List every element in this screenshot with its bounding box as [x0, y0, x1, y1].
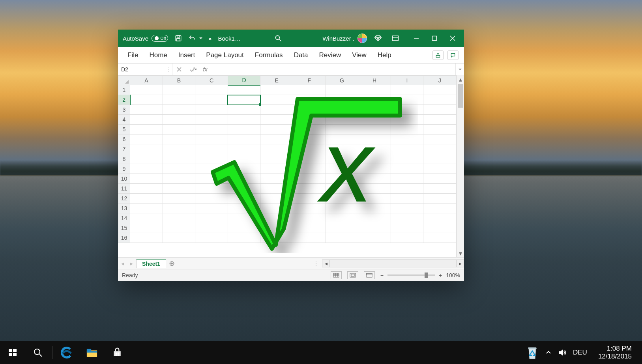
cell[interactable] [293, 233, 326, 243]
cell[interactable] [391, 125, 423, 134]
cell[interactable] [358, 95, 391, 105]
cell[interactable] [228, 134, 260, 144]
taskbar-clock[interactable]: 1:08 PM 12/18/2015 [593, 345, 636, 360]
column-header[interactable]: A [130, 76, 163, 85]
scroll-thumb[interactable] [458, 84, 463, 108]
cell[interactable] [423, 164, 456, 174]
undo-dropdown-icon[interactable] [199, 34, 203, 42]
name-box[interactable] [118, 63, 165, 75]
cell[interactable] [163, 95, 195, 105]
cell[interactable] [260, 223, 293, 233]
cell[interactable] [358, 85, 391, 95]
cell[interactable] [326, 154, 358, 164]
column-header[interactable]: F [293, 76, 326, 85]
cell[interactable] [358, 213, 391, 223]
view-page-break-button[interactable] [364, 271, 375, 279]
cell[interactable] [260, 194, 293, 203]
cell[interactable] [228, 203, 260, 213]
cell[interactable] [228, 184, 260, 194]
cell[interactable] [326, 194, 358, 203]
cell[interactable] [293, 125, 326, 134]
qat-more-icon[interactable]: » [208, 35, 212, 42]
zoom-slider[interactable] [387, 274, 435, 276]
cell[interactable] [163, 174, 195, 184]
cell[interactable] [326, 223, 358, 233]
row-header[interactable]: 5 [118, 125, 130, 134]
tab-page-layout[interactable]: Page Layout [200, 47, 249, 63]
account-button[interactable]: WinBuzzer . [322, 34, 367, 43]
cell[interactable] [163, 213, 195, 223]
cell[interactable] [326, 95, 358, 105]
cell[interactable] [358, 115, 391, 125]
undo-icon[interactable] [188, 34, 197, 42]
cell[interactable] [391, 134, 423, 144]
cell[interactable] [130, 194, 163, 203]
cell[interactable] [130, 184, 163, 194]
formula-input[interactable] [211, 63, 455, 75]
cell[interactable] [293, 115, 326, 125]
column-header[interactable]: G [326, 76, 358, 85]
column-header[interactable]: E [260, 76, 293, 85]
cell[interactable] [391, 105, 423, 115]
cell[interactable] [260, 105, 293, 115]
cell[interactable] [260, 184, 293, 194]
cell[interactable] [228, 233, 260, 243]
formula-bar-grip-icon[interactable]: ⋮ [165, 63, 172, 75]
row-header[interactable]: 16 [118, 233, 130, 243]
cell[interactable] [163, 144, 195, 154]
cell[interactable] [423, 144, 456, 154]
cell[interactable] [358, 164, 391, 174]
cell[interactable] [195, 223, 228, 233]
cell[interactable] [163, 105, 195, 115]
cell[interactable] [130, 95, 163, 105]
cell[interactable] [326, 105, 358, 115]
row-header[interactable]: 11 [118, 184, 130, 194]
cell[interactable] [130, 115, 163, 125]
cell[interactable] [423, 125, 456, 134]
cell[interactable] [423, 213, 456, 223]
row-header[interactable]: 15 [118, 223, 130, 233]
row-header[interactable]: 2 [118, 95, 130, 105]
cell[interactable] [163, 203, 195, 213]
tab-view[interactable]: View [346, 47, 372, 63]
select-all-corner[interactable] [118, 76, 130, 85]
cell[interactable] [228, 194, 260, 203]
tab-review[interactable]: Review [314, 47, 347, 63]
cell[interactable] [423, 223, 456, 233]
cell[interactable] [423, 194, 456, 203]
cell[interactable] [163, 164, 195, 174]
volume-icon[interactable] [558, 348, 567, 357]
sheet-nav-prev-icon[interactable]: ◂ [121, 260, 124, 267]
cell[interactable] [163, 125, 195, 134]
cell[interactable] [163, 85, 195, 95]
worksheet-grid[interactable]: ABCDEFGHIJ12345678910111213141516 [118, 75, 456, 257]
row-header[interactable]: 12 [118, 194, 130, 203]
cell[interactable] [260, 174, 293, 184]
cell[interactable] [423, 115, 456, 125]
cell[interactable] [423, 174, 456, 184]
cell[interactable] [293, 95, 326, 105]
cell[interactable] [228, 125, 260, 134]
cell[interactable] [130, 164, 163, 174]
cell[interactable] [358, 125, 391, 134]
taskbar-app-edge[interactable] [54, 341, 79, 364]
cell[interactable] [260, 233, 293, 243]
cell[interactable] [130, 105, 163, 115]
tab-help[interactable]: Help [372, 47, 397, 63]
zoom-out-icon[interactable]: − [380, 272, 384, 278]
cell[interactable] [293, 194, 326, 203]
cell[interactable] [326, 144, 358, 154]
cell[interactable] [423, 105, 456, 115]
cell[interactable] [130, 134, 163, 144]
cell[interactable] [163, 154, 195, 164]
start-button[interactable] [0, 341, 25, 364]
autosave-toggle[interactable]: Off [152, 35, 168, 42]
cell[interactable] [326, 233, 358, 243]
cell[interactable] [260, 85, 293, 95]
cell[interactable] [391, 95, 423, 105]
cell[interactable] [195, 134, 228, 144]
cell[interactable] [228, 95, 260, 105]
cell[interactable] [163, 233, 195, 243]
cell[interactable] [326, 85, 358, 95]
enter-formula-button[interactable] [186, 63, 199, 75]
